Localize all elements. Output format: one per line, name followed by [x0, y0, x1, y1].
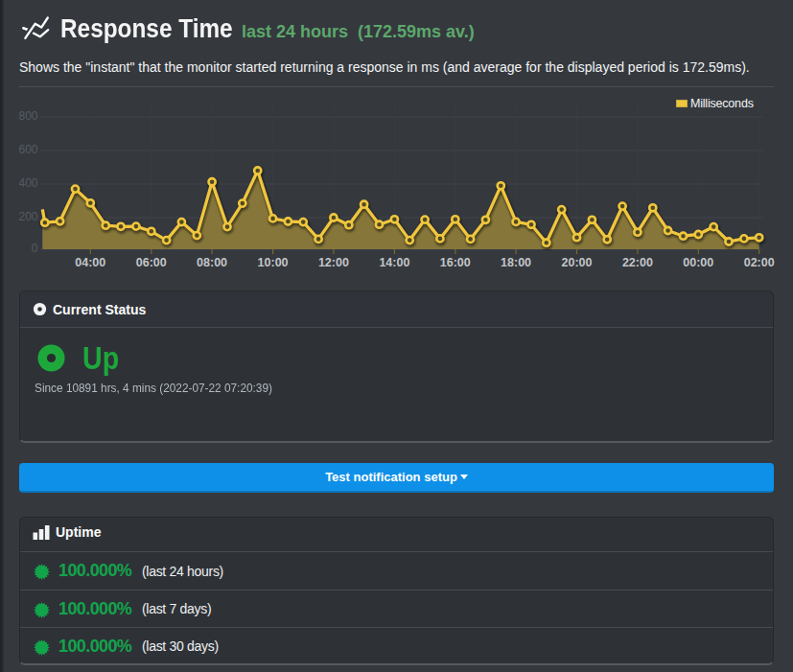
svg-text:14:00: 14:00 — [379, 256, 409, 269]
svg-text:04:00: 04:00 — [75, 256, 105, 269]
svg-text:10:00: 10:00 — [258, 256, 289, 269]
svg-text:02:00: 02:00 — [744, 256, 775, 269]
svg-text:800: 800 — [19, 109, 38, 123]
svg-text:200: 200 — [19, 210, 38, 223]
svg-text:20:00: 20:00 — [562, 256, 593, 269]
svg-text:18:00: 18:00 — [501, 256, 531, 269]
svg-text:08:00: 08:00 — [197, 256, 227, 269]
svg-text:400: 400 — [19, 176, 38, 190]
svg-text:16:00: 16:00 — [440, 256, 471, 269]
svg-text:00:00: 00:00 — [683, 256, 713, 269]
svg-text:0: 0 — [32, 242, 38, 255]
svg-text:06:00: 06:00 — [136, 256, 167, 269]
svg-text:12:00: 12:00 — [318, 256, 349, 269]
svg-text:22:00: 22:00 — [622, 256, 653, 269]
svg-text:600: 600 — [19, 143, 38, 156]
